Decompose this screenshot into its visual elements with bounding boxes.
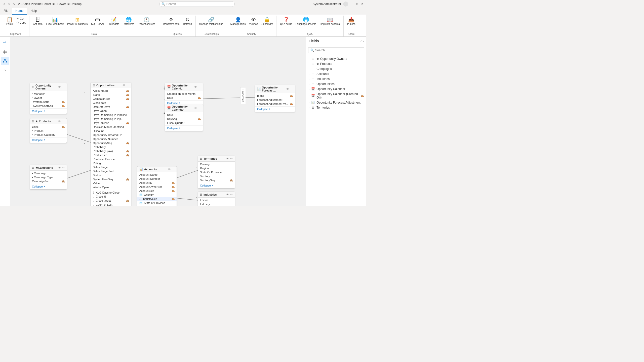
- paste-button[interactable]: 📋 Paste: [4, 17, 15, 26]
- maximize-btn[interactable]: □: [355, 2, 359, 6]
- language-schema-button[interactable]: 🌐 Language schema: [294, 17, 318, 26]
- transform-data-button[interactable]: ⚙ Transform data: [161, 17, 181, 26]
- more-icon[interactable]: ⋯: [290, 87, 293, 91]
- excel-button[interactable]: 📊 Excel workbook: [45, 17, 65, 26]
- list-item[interactable]: › 📅 Opportunity Calendar (Created On) 🙈: [306, 92, 366, 100]
- collapse-btn[interactable]: Collapse ∧: [255, 106, 295, 112]
- visibility-icon[interactable]: 👁: [123, 84, 125, 87]
- table-row: Rating: [91, 161, 131, 165]
- collapse-btn[interactable]: Collapse ∧: [165, 125, 203, 131]
- close-btn[interactable]: ✕: [360, 2, 364, 6]
- visibility-icon[interactable]: 👁: [226, 193, 229, 196]
- list-item[interactable]: › 📅 Opportunity Calendar: [306, 86, 366, 92]
- more-icon[interactable]: ⋯: [198, 107, 201, 110]
- table-row: DateDiff-Days🙈: [91, 105, 131, 109]
- hidden-icon: 🙈: [62, 180, 65, 183]
- list-item[interactable]: › ⊞ Opportunities: [306, 81, 366, 86]
- panel-left-arrow[interactable]: ‹: [360, 39, 362, 43]
- more-icon[interactable]: ⋯: [126, 84, 129, 87]
- list-item[interactable]: › ⊞ Territories: [306, 105, 366, 110]
- collapse-btn[interactable]: Collapse ∧: [30, 137, 67, 143]
- manage-relationships-button[interactable]: 🔗 Manage relationships: [198, 17, 225, 26]
- visibility-icon[interactable]: 👁: [168, 168, 171, 171]
- more-icon[interactable]: ⋯: [230, 157, 233, 160]
- opportunities-header[interactable]: ⊞ Opportunities 👁 ⋯: [91, 82, 131, 88]
- manage-roles-button[interactable]: 👤 Manage roles: [229, 17, 247, 26]
- publish-button[interactable]: 📤 Publish: [346, 17, 357, 26]
- canvas-area[interactable]: 1 * * 1 1 1 1 ⊞ Opportunity Owners 👁 ⋯ •…: [10, 37, 306, 206]
- collapse-btn[interactable]: Collapse ∧: [30, 184, 67, 189]
- recent-sources-button[interactable]: 🕐 Recent sources: [136, 17, 157, 26]
- list-item[interactable]: › 📊 Opportunity Forecast Adjustment: [306, 100, 366, 105]
- minimize-btn[interactable]: —: [350, 2, 354, 6]
- campaigns-header[interactable]: ⊞ ★Campaigns 👁 ⋯: [30, 165, 67, 171]
- opp-cal-created-header[interactable]: 📅 Opportunity Calend... 👁 ⋯: [165, 83, 203, 91]
- refresh-icon[interactable]: ↻: [12, 2, 16, 6]
- cut-button[interactable]: ✂ Cut: [16, 17, 27, 20]
- copy-button[interactable]: ⧉ Copy: [16, 21, 27, 24]
- list-item[interactable]: › ⊞ Campaigns: [306, 66, 366, 71]
- table-row: Date🙈: [165, 96, 203, 100]
- sensitivity-button[interactable]: 🔒 Sensitivity: [260, 17, 274, 26]
- expand-icon: ›: [309, 63, 309, 65]
- tab-home[interactable]: Home: [12, 8, 27, 15]
- forward-icon[interactable]: ▷: [7, 2, 11, 6]
- action-icon[interactable]: 🙈: [361, 95, 364, 97]
- territories-header[interactable]: ⊞ Territories 👁 ⋯: [198, 156, 235, 162]
- visibility-icon[interactable]: 👁: [58, 166, 61, 169]
- relationships-label: Relationships: [204, 32, 219, 36]
- dataverse-button[interactable]: 🌐 Dataverse: [121, 17, 136, 26]
- list-item[interactable]: › ⊞ Industries: [306, 76, 366, 81]
- get-data-button[interactable]: 🗄 Get data: [31, 17, 44, 26]
- more-icon[interactable]: ⋯: [62, 166, 65, 169]
- more-icon[interactable]: ⋯: [230, 193, 233, 196]
- more-icon[interactable]: ⋯: [172, 168, 175, 171]
- opp-forecast-header[interactable]: 📊 Opportunity Forecast... 👁 ⋯: [255, 85, 295, 93]
- list-item[interactable]: › ⊞ ★ Opportunity Owners: [306, 56, 366, 61]
- view-as-button[interactable]: 👁 View as: [248, 17, 259, 26]
- visibility-icon[interactable]: 👁: [226, 157, 229, 160]
- report-view-btn[interactable]: [1, 39, 9, 47]
- collapse-btn[interactable]: Collapse ∧: [30, 108, 67, 114]
- more-icon[interactable]: ⋯: [62, 120, 65, 123]
- visibility-icon[interactable]: 👁: [194, 85, 197, 89]
- more-icon[interactable]: ⋯: [198, 85, 201, 89]
- panel-right-arrow[interactable]: ›: [363, 39, 364, 43]
- model-view-btn[interactable]: [1, 57, 9, 65]
- linguistic-schema-button[interactable]: 📖 Linguistic schema: [318, 17, 341, 26]
- global-search[interactable]: 🔍 Search: [159, 1, 235, 7]
- back-icon[interactable]: ◁: [2, 2, 6, 6]
- opp-cal-header[interactable]: 📅 Opportunity Calendar 👁 ⋯: [165, 104, 203, 112]
- dax-view-btn[interactable]: fx: [1, 66, 9, 74]
- visibility-icon[interactable]: 👁: [194, 107, 197, 110]
- table-row-selected[interactable]: Σ IndustrySeq 🙈: [137, 197, 177, 201]
- tab-help[interactable]: Help: [27, 8, 40, 15]
- opportunity-owners-header[interactable]: ⊞ Opportunity Owners 👁 ⋯: [30, 83, 67, 91]
- table-type-icon: ⊞: [311, 57, 315, 61]
- collapse-btn[interactable]: Collapse ∧: [198, 183, 235, 188]
- fields-search-box[interactable]: 🔍: [308, 47, 364, 53]
- table-row: AccountID🙈: [137, 181, 177, 185]
- visibility-icon[interactable]: 👁: [58, 120, 61, 123]
- excel-icon: 📊: [52, 17, 58, 22]
- list-item[interactable]: › ⊞ ★ Products: [306, 61, 366, 66]
- table-view-btn[interactable]: [1, 48, 9, 56]
- properties-tab[interactable]: Properties: [240, 87, 246, 104]
- accounts-header[interactable]: 📊 Accounts 👁 ⋯: [137, 166, 177, 172]
- sql-button[interactable]: 🗃 SQL Server: [90, 17, 106, 26]
- title-bar-right: System Administrator — □ ✕: [313, 2, 364, 7]
- enter-data-button[interactable]: 📝 Enter data: [106, 17, 121, 26]
- refresh-button[interactable]: ↻ Refresh: [182, 17, 193, 26]
- industries-header[interactable]: ⊞ Industries 👁 ⋯: [198, 192, 235, 198]
- fields-search-input[interactable]: [315, 49, 362, 52]
- list-item[interactable]: › ⊞ Accounts: [306, 71, 366, 76]
- qa-setup-button[interactable]: ❓ Q&A setup: [278, 17, 294, 26]
- field-label: Opportunity Calendar (Created On): [316, 92, 359, 99]
- tab-file[interactable]: File: [0, 8, 12, 15]
- visibility-icon[interactable]: 👁: [58, 85, 61, 89]
- svg-rect-3: [6, 41, 6, 43]
- products-header[interactable]: ⊞ ★ Products 👁 ⋯: [30, 118, 67, 124]
- more-icon[interactable]: ⋯: [62, 85, 65, 89]
- visibility-icon[interactable]: 👁: [286, 87, 289, 91]
- power-bi-datasets-button[interactable]: ⊞ Power BI datasets: [66, 17, 89, 26]
